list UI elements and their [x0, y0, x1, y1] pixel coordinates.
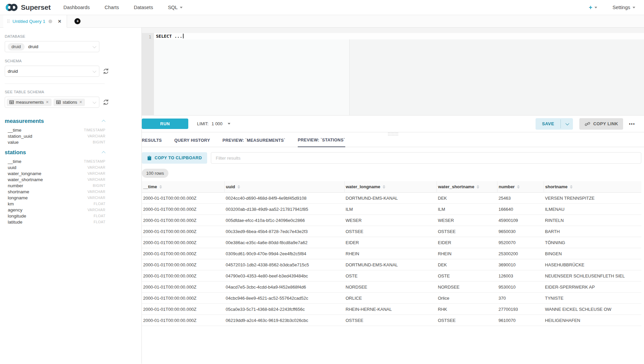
table-cell: 0309cd61-90c9-470e-99d4-2ee4fb2c5f84 [224, 248, 344, 259]
column-header-water_longname[interactable]: water_longname [344, 181, 437, 193]
column-name: station_uuid [8, 134, 32, 139]
sort-icon[interactable] [237, 185, 240, 189]
new-item-button[interactable]: + [589, 4, 597, 11]
nav-charts[interactable]: Charts [104, 5, 119, 10]
table-cell: 166640 [497, 204, 544, 215]
schema-table-stations: stations__timeTIMESTAMPuuidVARCHARwater_… [5, 149, 105, 225]
results-tab[interactable]: PREVIEW: `MEASUREMENTS` [223, 138, 286, 147]
settings-menu[interactable]: Settings [613, 5, 635, 10]
table-pill-measurements[interactable]: measurements✕ [7, 99, 52, 106]
table-cell: EIDER-SPERRWERK AP [544, 282, 641, 293]
table-cell: VERSEN TRENNSPITZE [544, 193, 641, 204]
add-tab-button[interactable]: + [74, 18, 80, 24]
table-cell: 9520070 [497, 237, 544, 248]
sql-editor[interactable]: 1 SELECT ... [142, 33, 644, 115]
column-type: VARCHAR [88, 196, 105, 200]
query-tab-active[interactable]: Untitled Query 1 ✕ [3, 15, 67, 28]
table-cell: 2000-01-01T00:00:00.000Z [142, 270, 224, 282]
drag-handle-icon[interactable] [7, 20, 9, 23]
table-cell: 005dfdae-efcc-410a-bf1c-24096e0c2866 [224, 215, 344, 226]
see-table-schema-label: SEE TABLE SCHEMA [5, 90, 141, 94]
column-header-__time[interactable]: __time [142, 181, 224, 193]
column-type: VARCHAR [88, 165, 105, 169]
sort-icon[interactable] [477, 185, 479, 189]
pane-splitter[interactable] [142, 132, 644, 135]
column-name: __time [8, 159, 22, 164]
sort-icon[interactable] [159, 185, 162, 189]
table-name: stations [5, 149, 26, 156]
editor-toolbar: RUN LIMIT: 1 000 SAVE COPY LINK [142, 115, 644, 132]
schema-table-header[interactable]: measurements [5, 118, 105, 124]
superset-logo-icon [5, 3, 18, 12]
copy-link-button[interactable]: COPY LINK [579, 118, 623, 130]
table-cell: 04790e03-4353-4e80-beef-b3ed439484bc [224, 270, 344, 282]
schema-column-row: water_longnameVARCHAR [5, 170, 105, 176]
copy-link-label: COPY LINK [593, 121, 618, 126]
superset-brand[interactable]: Superset [5, 3, 51, 12]
column-type: VARCHAR [88, 171, 105, 175]
table-cell: 370 [497, 293, 544, 304]
table-grid-icon [9, 100, 14, 104]
limit-dropdown[interactable]: LIMIT: 1 000 [197, 121, 230, 126]
chevron-down-icon [93, 44, 96, 48]
save-button[interactable]: SAVE [536, 118, 560, 130]
schema-column-row: agencyVARCHAR [5, 207, 105, 213]
table-pill-stations[interactable]: stations✕ [54, 99, 85, 106]
plus-icon: + [589, 4, 592, 11]
save-more-options-button[interactable] [561, 118, 573, 130]
column-header-label: shortname [545, 184, 568, 189]
schema-column-row: station_uuidVARCHAR [5, 133, 105, 139]
sort-icon[interactable] [517, 185, 520, 189]
editor-code-area[interactable]: SELECT ... [154, 33, 644, 115]
table-cell: ILM [437, 204, 497, 215]
sort-icon[interactable] [570, 185, 573, 189]
column-header-water_shortname[interactable]: water_shortname [437, 181, 497, 193]
table-cell: EIDER [344, 237, 437, 248]
filter-results-input[interactable] [211, 152, 641, 164]
refresh-schema-icon[interactable] [102, 68, 109, 75]
chevron-up-icon[interactable] [102, 120, 105, 123]
table-cell: ILM [344, 204, 437, 215]
table-cell: NORDSEE [344, 282, 437, 293]
table-cell: 2000-01-01T00:00:00.000Z [142, 248, 224, 259]
table-cell: BINGEN [544, 248, 641, 259]
top-navbar: Superset Dashboards Charts Datasets SQL … [0, 0, 644, 15]
remove-table-icon[interactable]: ✕ [79, 100, 82, 104]
table-cell: HASEHUBBRÜCKE [544, 259, 641, 270]
sort-icon[interactable] [383, 185, 385, 189]
results-tab[interactable]: RESULTS [142, 138, 162, 147]
column-type: TIMESTAMP [84, 159, 105, 163]
run-button[interactable]: RUN [142, 119, 188, 129]
copy-to-clipboard-button[interactable]: COPY TO CLIPBOARD [142, 152, 207, 164]
remove-table-icon[interactable]: ✕ [46, 100, 49, 104]
nav-sql-menu[interactable]: SQL [168, 5, 183, 10]
chevron-up-icon[interactable] [102, 151, 105, 155]
schema-table-header[interactable]: stations [5, 149, 105, 156]
text-cursor [183, 34, 184, 38]
schema-column-row: __timeTIMESTAMP [5, 127, 105, 133]
chevron-down-icon [93, 100, 96, 103]
column-type: VARCHAR [88, 208, 105, 212]
schema-select[interactable]: druid [5, 66, 99, 77]
column-type: VARCHAR [88, 134, 105, 138]
table-row: 2000-01-01T00:00:00.000Z0024cc40-d690-46… [142, 193, 641, 204]
results-tab[interactable]: QUERY HISTORY [174, 138, 210, 147]
close-tab-icon[interactable]: ✕ [58, 19, 62, 24]
row-count-badge: 100 rows [142, 169, 168, 178]
more-actions-button[interactable]: ••• [629, 122, 635, 126]
column-header-number[interactable]: number [497, 181, 544, 193]
results-tab[interactable]: PREVIEW: `STATIONS` [298, 138, 345, 147]
refresh-tables-icon[interactable] [102, 99, 109, 106]
table-schema-select[interactable]: measurements✕stations✕ [5, 97, 99, 108]
table-cell: 126003 [497, 270, 544, 282]
table-cell: Orlice [437, 293, 497, 304]
nav-dashboards[interactable]: Dashboards [63, 5, 90, 10]
database-select[interactable]: druid druid [5, 41, 99, 52]
column-type: BIGINT [93, 184, 105, 188]
column-header-uuid[interactable]: uuid [224, 181, 344, 193]
column-header-shortname[interactable]: shortname [544, 181, 641, 193]
table-row: 2000-01-01T00:00:00.000Z00e386ac-e35c-4a… [142, 237, 641, 248]
nav-datasets[interactable]: Datasets [134, 5, 153, 10]
column-name: latitude [8, 220, 23, 225]
table-cell: 9530010 [497, 282, 544, 293]
